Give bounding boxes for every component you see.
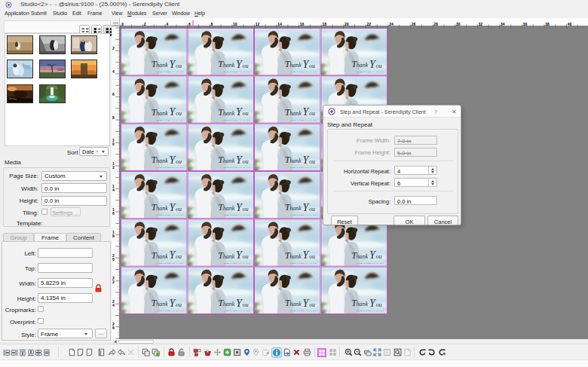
svg-text:0: 0 bbox=[121, 22, 124, 26]
svg-text:8: 8 bbox=[112, 115, 115, 120]
svg-text:10: 10 bbox=[233, 22, 237, 26]
svg-text:8: 8 bbox=[211, 22, 213, 26]
svg-text:6: 6 bbox=[112, 326, 115, 330]
svg-text:30: 30 bbox=[456, 22, 461, 26]
svg-text:2: 2 bbox=[112, 46, 115, 50]
svg-text:36: 36 bbox=[523, 22, 528, 26]
svg-text:14: 14 bbox=[277, 22, 282, 26]
svg-text:0: 0 bbox=[112, 257, 115, 261]
svg-text:40: 40 bbox=[568, 22, 572, 26]
svg-text:20: 20 bbox=[345, 22, 349, 26]
svg-text:6: 6 bbox=[112, 211, 115, 216]
svg-text:6: 6 bbox=[188, 22, 191, 26]
svg-text:22: 22 bbox=[367, 22, 372, 26]
svg-text:4: 4 bbox=[112, 188, 115, 192]
svg-text:38: 38 bbox=[545, 22, 550, 26]
svg-text:34: 34 bbox=[501, 22, 505, 26]
svg-text:8: 8 bbox=[112, 234, 115, 238]
svg-text:4: 4 bbox=[112, 69, 115, 74]
svg-text:26: 26 bbox=[412, 22, 416, 26]
svg-text:4: 4 bbox=[112, 303, 115, 307]
svg-text:12: 12 bbox=[256, 22, 260, 26]
svg-text:2: 2 bbox=[112, 280, 115, 284]
svg-text:18: 18 bbox=[322, 22, 326, 26]
svg-text:0: 0 bbox=[112, 142, 115, 146]
svg-text:32: 32 bbox=[478, 22, 482, 26]
svg-text:6: 6 bbox=[112, 92, 115, 96]
svg-text:4: 4 bbox=[166, 22, 168, 26]
svg-text:24: 24 bbox=[389, 22, 394, 26]
svg-text:16: 16 bbox=[300, 22, 305, 26]
svg-text:28: 28 bbox=[433, 22, 438, 26]
svg-text:2: 2 bbox=[144, 22, 146, 26]
svg-text:2: 2 bbox=[112, 165, 115, 170]
